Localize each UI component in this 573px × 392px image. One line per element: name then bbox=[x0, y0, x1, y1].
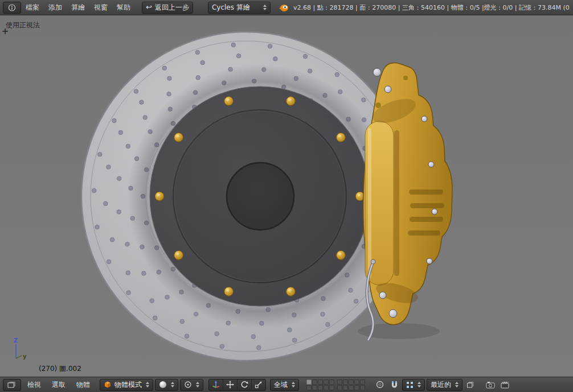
back-button-label: 返回上一步 bbox=[155, 3, 189, 13]
layer-toggle-10[interactable] bbox=[329, 385, 334, 390]
pivot-point-select[interactable] bbox=[180, 379, 203, 391]
menu-render[interactable]: 算繪 bbox=[67, 3, 89, 13]
pivot-point-icon bbox=[184, 381, 192, 389]
dropdown-arrows-icon bbox=[171, 382, 174, 387]
active-object-label: (270) 圖.002 bbox=[39, 364, 81, 374]
dropdown-arrows-icon bbox=[196, 382, 199, 387]
mode-select[interactable]: 物體模式 bbox=[100, 379, 153, 391]
rotor-hub[interactable] bbox=[150, 86, 370, 306]
layer-toggle-2[interactable] bbox=[312, 379, 317, 385]
snap-element-icon bbox=[406, 381, 414, 389]
back-arrow-icon: ↩ bbox=[146, 4, 152, 11]
info-editor-icon bbox=[7, 4, 17, 11]
transform-orientation-select[interactable]: 全域 bbox=[270, 379, 299, 391]
viewport-header-bar: 檢視 選取 物體 物體模式 bbox=[0, 377, 573, 392]
layer-toggle-1[interactable] bbox=[306, 379, 312, 385]
proportional-edit-icon bbox=[376, 381, 384, 389]
editor-type-button[interactable] bbox=[3, 2, 21, 14]
layer-toggle-20[interactable] bbox=[360, 385, 365, 390]
mini-axis-gizmo: Z y bbox=[8, 338, 31, 362]
layer-toggle-14[interactable] bbox=[354, 379, 359, 385]
layer-group bbox=[337, 379, 365, 390]
magnet-icon bbox=[391, 381, 398, 389]
rotate-manipulator-button[interactable] bbox=[238, 379, 252, 390]
axis-z-label: Z bbox=[14, 338, 18, 344]
dropdown-arrows-icon bbox=[455, 382, 459, 387]
object-mode-cube-icon bbox=[104, 381, 112, 389]
menu-help[interactable]: 幫助 bbox=[112, 3, 135, 13]
render-clapper-icon bbox=[501, 381, 509, 389]
menu-view[interactable]: 檢視 bbox=[23, 380, 46, 390]
snap-self-cube-icon bbox=[466, 381, 474, 389]
layer-toggle-13[interactable] bbox=[349, 379, 354, 385]
layer-toggle-18[interactable] bbox=[349, 385, 354, 390]
toolshelf-expand-icon[interactable]: + bbox=[1, 28, 9, 36]
mode-select-value: 物體模式 bbox=[114, 380, 142, 390]
layer-toggle-8[interactable] bbox=[318, 385, 323, 390]
3d-viewport[interactable]: 使用正視法 + Z y (270) 圖.002 bbox=[0, 15, 573, 377]
3d-viewport-editor-icon bbox=[7, 381, 17, 389]
viewport-shading-select[interactable] bbox=[155, 379, 178, 391]
opengl-render-image-button[interactable] bbox=[484, 379, 497, 390]
layer-toggle-3[interactable] bbox=[318, 379, 323, 385]
snap-toggle-button[interactable] bbox=[388, 379, 400, 390]
info-header-bar: 檔案 添加 算繪 視窗 幫助 ↩ 返回上一步 Cycles 算繪 v2.68 |… bbox=[0, 0, 573, 15]
rotate-icon bbox=[240, 381, 248, 389]
layer-toggle-11[interactable] bbox=[337, 379, 342, 385]
manipulator-toggle-button[interactable] bbox=[209, 379, 223, 390]
menu-window[interactable]: 視窗 bbox=[89, 3, 112, 13]
orientation-value: 全域 bbox=[274, 380, 288, 390]
snap-target-value: 最近的 bbox=[431, 380, 451, 390]
translate-icon bbox=[226, 381, 234, 389]
layer-toggle-4[interactable] bbox=[324, 379, 329, 385]
layer-toggle-5[interactable] bbox=[329, 379, 334, 385]
snap-element-select[interactable] bbox=[402, 379, 425, 391]
scene-layers bbox=[306, 379, 365, 390]
shading-sphere-icon bbox=[159, 381, 167, 389]
editor-type-button-3dview[interactable] bbox=[3, 379, 21, 391]
menu-object[interactable]: 物體 bbox=[72, 380, 95, 390]
dropdown-arrows-icon bbox=[263, 5, 267, 10]
layer-toggle-6[interactable] bbox=[306, 385, 312, 390]
view-name-label: 使用正視法 bbox=[6, 20, 40, 30]
render-engine-value: Cycles 算繪 bbox=[212, 3, 250, 13]
scene-statistics: v2.68 | 點：281728 | 面：270080 | 三角：540160 … bbox=[293, 3, 570, 12]
layer-toggle-15[interactable] bbox=[360, 379, 365, 385]
layer-toggle-16[interactable] bbox=[337, 385, 342, 390]
dropdown-arrows-icon bbox=[292, 382, 295, 387]
render-camera-icon bbox=[486, 381, 495, 389]
manipulator-toggle-group bbox=[208, 379, 266, 391]
layer-toggle-9[interactable] bbox=[324, 385, 329, 390]
snap-target-select[interactable]: 最近的 bbox=[427, 379, 463, 391]
render-engine-select[interactable]: Cycles 算繪 bbox=[208, 2, 271, 14]
opengl-render-anim-button[interactable] bbox=[498, 379, 511, 390]
gizmo-axes-icon bbox=[212, 381, 220, 389]
menu-select[interactable]: 選取 bbox=[47, 380, 70, 390]
brake-caliper-object[interactable] bbox=[363, 63, 452, 340]
snap-self-button[interactable] bbox=[464, 379, 477, 390]
back-to-previous-button[interactable]: ↩ 返回上一步 bbox=[142, 2, 193, 14]
blender-logo-icon bbox=[277, 2, 290, 13]
layer-toggle-12[interactable] bbox=[343, 379, 348, 385]
menu-add[interactable]: 添加 bbox=[44, 3, 67, 13]
blender-window: 檔案 添加 算繪 視窗 幫助 ↩ 返回上一步 Cycles 算繪 v2.68 |… bbox=[0, 0, 573, 392]
layer-toggle-17[interactable] bbox=[343, 385, 348, 390]
scale-icon bbox=[255, 381, 263, 389]
layer-toggle-19[interactable] bbox=[354, 385, 359, 390]
layer-toggle-7[interactable] bbox=[312, 385, 317, 390]
menu-file[interactable]: 檔案 bbox=[21, 3, 44, 13]
layer-group bbox=[306, 379, 334, 390]
dropdown-arrows-icon bbox=[418, 382, 421, 387]
viewport-canvas[interactable] bbox=[0, 15, 573, 377]
dropdown-arrows-icon bbox=[146, 382, 149, 387]
proportional-edit-button[interactable] bbox=[374, 379, 386, 390]
axis-y-label: y bbox=[23, 353, 27, 360]
scale-manipulator-button[interactable] bbox=[252, 379, 265, 390]
translate-manipulator-button[interactable] bbox=[223, 379, 238, 390]
